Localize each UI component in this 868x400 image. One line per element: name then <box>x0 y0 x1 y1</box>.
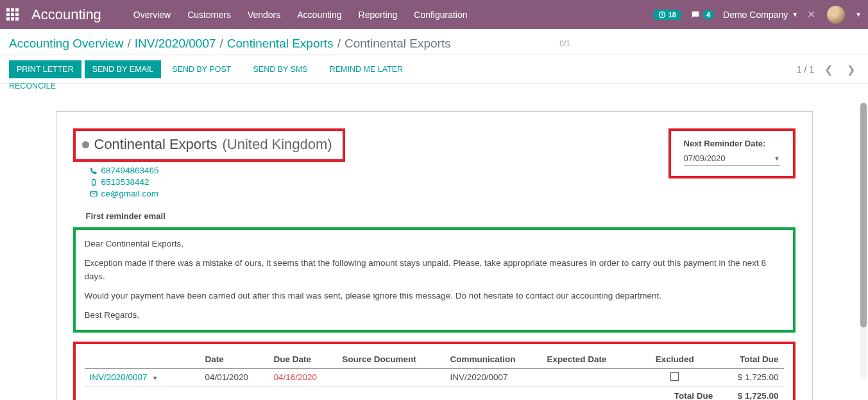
phone-text: 687494863465 <box>101 166 159 175</box>
svg-point-2 <box>93 184 94 184</box>
bc-sep: / <box>220 37 223 51</box>
mobile-icon <box>90 178 98 186</box>
email-greeting: Dear Continental Exports, <box>85 238 784 251</box>
apps-icon[interactable] <box>6 8 19 21</box>
email-body1: Exception made if there was a mistake of… <box>85 257 784 284</box>
excluded-checkbox[interactable] <box>670 372 679 381</box>
nav-customers[interactable]: Customers <box>187 10 231 20</box>
cell-source <box>337 368 445 387</box>
status-dot-icon <box>82 141 89 148</box>
cell-date: 04/01/2020 <box>200 368 269 387</box>
email-link[interactable]: ce@gmail.com <box>90 189 345 198</box>
invoice-table-box: Date Due Date Source Document Communicat… <box>73 342 796 400</box>
scrollbar-thumb[interactable] <box>860 103 867 327</box>
nav-right: 18 4 Demo Company ▼ ✕ ▼ <box>653 6 862 24</box>
pager-text: 1 / 1 <box>797 64 814 74</box>
bc-sep: / <box>337 37 341 51</box>
nav-overview[interactable]: Overview <box>133 10 171 20</box>
customer-box: Continental Exports (United Kingdom) <box>73 128 345 162</box>
th-excluded: Excluded <box>631 351 718 369</box>
top-navbar: Accounting Overview Customers Vendors Ac… <box>0 0 868 29</box>
chat-badge[interactable]: 4 <box>690 10 714 20</box>
clock-badge[interactable]: 18 <box>653 10 681 20</box>
company-switcher[interactable]: Demo Company ▼ <box>723 10 798 20</box>
cell-duedate: 04/16/2020 <box>268 368 337 387</box>
clock-count: 18 <box>668 11 676 19</box>
breadcrumb: Accounting Overview / INV/2020/0007 / Co… <box>9 37 451 51</box>
cell-totaldue: $ 1,725.00 <box>718 368 783 387</box>
scrollbar[interactable] <box>860 103 867 379</box>
cell-communication: INV/2020/0007 <box>445 368 542 387</box>
reminder-date-value: 07/09/2020 <box>684 153 726 163</box>
action-bar: PRINT LETTER SEND BY EMAIL SEND BY POST … <box>0 55 868 84</box>
send-sms-button[interactable]: SEND BY SMS <box>245 60 315 78</box>
close-icon[interactable]: ✕ <box>807 8 815 21</box>
content: Continental Exports (United Kingdom) 687… <box>49 111 819 400</box>
nav-menu: Overview Customers Vendors Accounting Re… <box>133 10 653 20</box>
mobile-link[interactable]: 6513538442 <box>90 177 345 187</box>
th-totaldue: Total Due <box>718 351 783 369</box>
pager: 1 / 1 ❮ ❯ <box>797 61 859 78</box>
reminder-label: Next Reminder Date: <box>684 139 780 148</box>
th-invoice <box>85 351 200 369</box>
chat-count: 4 <box>702 10 714 19</box>
reminder-box: Next Reminder Date: 07/09/2020 ▼ <box>668 128 796 178</box>
total-due-value: $ 1,725.00 <box>718 387 783 400</box>
th-expected: Expected Date <box>542 351 632 369</box>
company-name: Demo Company <box>723 10 788 20</box>
bc-continental[interactable]: Continental Exports <box>227 37 334 51</box>
email-signoff: Best Regards, <box>85 309 784 322</box>
nav-accounting[interactable]: Accounting <box>297 10 341 20</box>
table-row: INV/2020/0007 ▼ 04/01/2020 04/16/2020 IN… <box>85 368 784 387</box>
bc-sep: / <box>127 37 130 51</box>
breadcrumb-bar: Accounting Overview / INV/2020/0007 / Co… <box>0 29 868 55</box>
bc-overview[interactable]: Accounting Overview <box>9 37 123 51</box>
email-body2: Would your payment have been carried out… <box>85 290 784 303</box>
chevron-down-icon[interactable]: ▼ <box>774 155 780 162</box>
print-letter-button[interactable]: PRINT LETTER <box>9 60 81 78</box>
avatar[interactable] <box>827 6 845 24</box>
invoice-table: Date Due Date Source Document Communicat… <box>85 351 784 400</box>
reconcile-button[interactable]: RECONCILE <box>9 82 56 91</box>
email-title: First reminder email <box>86 211 796 221</box>
invoice-link[interactable]: INV/2020/0007 <box>90 372 148 382</box>
cell-expected <box>542 368 632 387</box>
email-text: ce@gmail.com <box>101 189 158 198</box>
bc-invoice[interactable]: INV/2020/0007 <box>135 37 216 51</box>
caret-down-icon: ▼ <box>792 11 798 18</box>
form-sheet: Continental Exports (United Kingdom) 687… <box>56 111 813 400</box>
phone-icon <box>90 167 98 175</box>
pager-next-icon[interactable]: ❯ <box>843 61 859 78</box>
customer-name: Continental Exports <box>94 136 217 153</box>
total-due-label: Total Due <box>631 387 718 400</box>
pager-prev-icon[interactable]: ❮ <box>821 61 837 78</box>
th-date: Date <box>200 351 269 369</box>
remind-later-button[interactable]: REMIND ME LATER <box>322 60 411 78</box>
th-communication: Communication <box>445 351 542 369</box>
nav-configuration[interactable]: Configuration <box>414 10 467 20</box>
contact-list: 687494863465 6513538442 ce@gmail.com <box>90 166 345 198</box>
phone-link[interactable]: 687494863465 <box>90 166 345 175</box>
th-source: Source Document <box>337 351 445 369</box>
th-duedate: Due Date <box>268 351 337 369</box>
nav-reporting[interactable]: Reporting <box>359 10 398 20</box>
reminder-date-input[interactable]: 07/09/2020 ▼ <box>684 153 780 166</box>
totals-row-due: Total Due $ 1,725.00 <box>85 387 784 400</box>
customer-country: (United Kingdom) <box>223 136 332 153</box>
send-post-button[interactable]: SEND BY POST <box>164 60 239 78</box>
clock-icon <box>658 11 666 19</box>
brand-title: Accounting <box>31 6 101 23</box>
nav-vendors[interactable]: Vendors <box>248 10 280 20</box>
bc-hint: 0/1 <box>559 39 570 48</box>
email-body: Dear Continental Exports, Exception made… <box>73 227 796 333</box>
caret-down-icon[interactable]: ▼ <box>152 375 158 381</box>
chat-icon <box>690 10 701 20</box>
envelope-icon <box>90 190 98 198</box>
mobile-text: 6513538442 <box>101 177 149 187</box>
user-caret-icon[interactable]: ▼ <box>855 11 862 18</box>
bc-current: Continental Exports <box>345 37 451 51</box>
send-email-button[interactable]: SEND BY EMAIL <box>85 60 162 78</box>
